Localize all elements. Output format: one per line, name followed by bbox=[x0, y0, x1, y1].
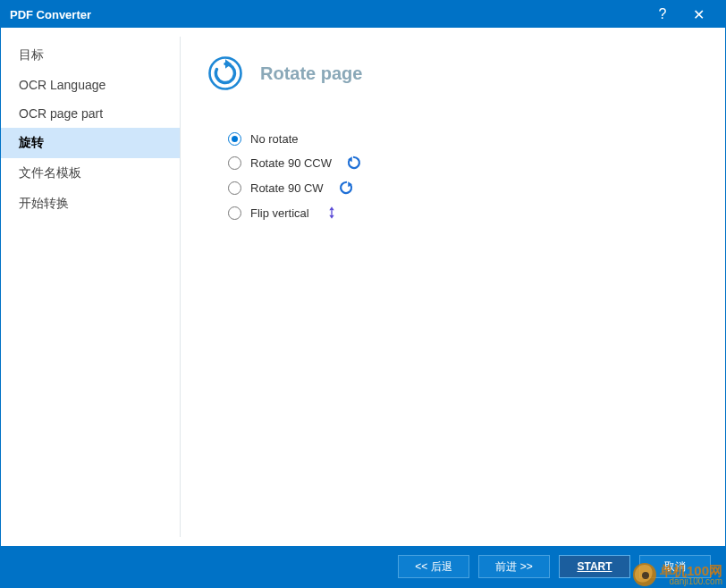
page-header: Rotate page bbox=[207, 55, 698, 92]
sidebar-item-rotate[interactable]: 旋转 bbox=[1, 128, 180, 158]
sidebar-item-label: OCR page part bbox=[19, 106, 103, 121]
start-button[interactable]: START bbox=[559, 555, 630, 578]
back-button[interactable]: << 后退 bbox=[398, 555, 469, 578]
svg-marker-5 bbox=[329, 215, 333, 219]
footer: << 后退 前进 >> START 取消 bbox=[1, 546, 725, 587]
rotate-options: No rotate Rotate 90 CCW Rotate 90 CW bbox=[228, 128, 698, 225]
radio-icon bbox=[228, 206, 241, 220]
sidebar-item-ocr-page-part[interactable]: OCR page part bbox=[1, 99, 180, 128]
option-rotate-90-cw[interactable]: Rotate 90 CW bbox=[228, 175, 698, 200]
window-title: PDF Converter bbox=[10, 8, 645, 21]
option-no-rotate[interactable]: No rotate bbox=[228, 128, 698, 150]
body: 目标 OCR Language OCR page part 旋转 文件名模板 开… bbox=[1, 28, 725, 546]
option-flip-vertical[interactable]: Flip vertical bbox=[228, 200, 698, 225]
sidebar-item-label: 目标 bbox=[19, 47, 44, 62]
option-label: Rotate 90 CW bbox=[250, 181, 324, 195]
radio-icon bbox=[228, 181, 241, 195]
sidebar-item-label: 开始转换 bbox=[19, 196, 69, 210]
radio-icon bbox=[228, 156, 241, 170]
vertical-divider bbox=[180, 37, 181, 537]
radio-icon bbox=[228, 132, 241, 146]
flip-vertical-icon bbox=[324, 205, 340, 221]
rotate-cw-icon bbox=[338, 180, 354, 196]
sidebar-item-start-convert[interactable]: 开始转换 bbox=[1, 189, 180, 219]
option-label: Flip vertical bbox=[250, 206, 309, 220]
svg-marker-4 bbox=[329, 206, 333, 210]
page-title: Rotate page bbox=[260, 63, 362, 84]
sidebar-item-label: OCR Language bbox=[19, 78, 106, 92]
sidebar-item-filename-template[interactable]: 文件名模板 bbox=[1, 158, 180, 189]
option-label: No rotate bbox=[250, 132, 298, 146]
sidebar: 目标 OCR Language OCR page part 旋转 文件名模板 开… bbox=[1, 28, 180, 546]
sidebar-item-target[interactable]: 目标 bbox=[1, 40, 180, 71]
cancel-button[interactable]: 取消 bbox=[639, 555, 711, 578]
content-pane: Rotate page No rotate Rotate 90 CCW bbox=[180, 28, 725, 546]
option-rotate-90-ccw[interactable]: Rotate 90 CCW bbox=[228, 150, 698, 175]
close-button[interactable]: ✕ bbox=[680, 6, 716, 23]
sidebar-item-label: 旋转 bbox=[19, 135, 44, 149]
titlebar: PDF Converter ? ✕ bbox=[1, 1, 725, 28]
sidebar-item-label: 文件名模板 bbox=[19, 165, 81, 180]
rotate-page-icon bbox=[207, 55, 244, 92]
option-label: Rotate 90 CCW bbox=[250, 156, 332, 170]
forward-button[interactable]: 前进 >> bbox=[478, 555, 550, 578]
rotate-ccw-icon bbox=[346, 155, 362, 171]
help-button[interactable]: ? bbox=[645, 6, 680, 22]
sidebar-item-ocr-language[interactable]: OCR Language bbox=[1, 71, 180, 99]
